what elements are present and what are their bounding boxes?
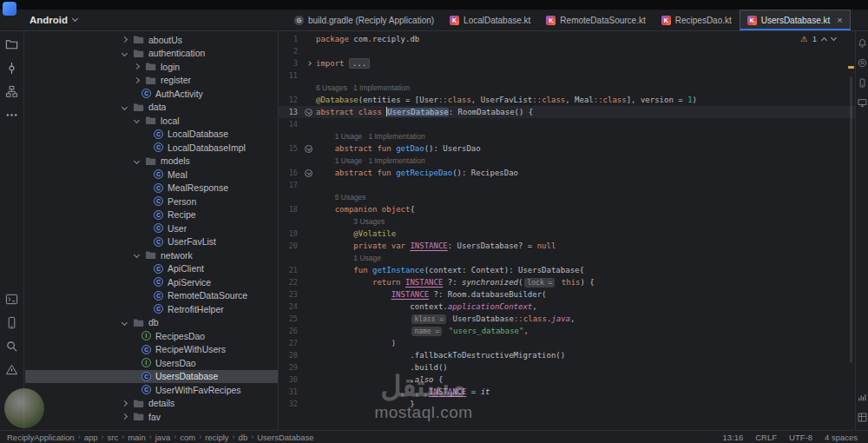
tree-item-localdatabase[interactable]: CLocalDatabase — [25, 128, 278, 142]
tree-item-login[interactable]: login — [25, 60, 278, 74]
editor-scrollbar[interactable] — [846, 31, 855, 430]
tree-item-userfavlist[interactable]: CUserFavList — [25, 235, 278, 249]
editor[interactable]: 1package com.reciply.db23import ...116 U… — [278, 31, 855, 430]
tree-item-meal[interactable]: CMeal — [25, 168, 278, 182]
scrollbar-thumb[interactable] — [850, 76, 852, 363]
tree-item-user[interactable]: CUser — [25, 222, 278, 235]
chevron-down-icon[interactable] — [122, 50, 128, 56]
device-manager-button[interactable] — [856, 75, 868, 91]
tree-item-label: Meal — [168, 169, 187, 180]
tree-item-network[interactable]: network — [25, 248, 278, 262]
project-button[interactable] — [2, 35, 23, 55]
editor-tab[interactable]: Gbuild.gradle (Reciply Application) — [286, 10, 442, 30]
app-icon[interactable] — [3, 2, 16, 16]
tree-item-recipewithusers[interactable]: CRecipeWithUsers — [25, 343, 278, 357]
running-devices-button[interactable] — [856, 95, 868, 111]
breadcrumb-item[interactable]: UsersDatabase — [257, 433, 313, 442]
terminal-button[interactable] — [2, 289, 23, 309]
breadcrumb-item[interactable]: app — [84, 433, 98, 442]
implementation-marker-icon[interactable] — [305, 169, 312, 177]
chevron-down-icon[interactable] — [134, 117, 140, 123]
chevron-right-icon[interactable] — [134, 63, 140, 69]
tree-item-models[interactable]: models — [25, 155, 278, 169]
code-text: } — [316, 398, 855, 410]
editor-tab[interactable]: KRecipesDao.kt — [654, 10, 740, 30]
breadcrumb-separator-icon: › — [199, 433, 201, 441]
search-button[interactable] — [2, 336, 23, 356]
line-number: 23 — [279, 290, 301, 299]
tree-item-label: RetrofitHelper — [168, 304, 224, 314]
tree-item-recipe[interactable]: CRecipe — [25, 208, 278, 222]
tree-item-authentication[interactable]: authentication — [25, 47, 278, 61]
status-encoding[interactable]: UTF-8 — [789, 433, 812, 442]
breadcrumb-item[interactable]: java — [155, 433, 170, 442]
tree-item-apiservice[interactable]: CApiService — [25, 275, 278, 289]
gradle-button[interactable]: G — [856, 55, 868, 71]
tree-item-db[interactable]: db — [25, 316, 278, 330]
devices-icon — [5, 316, 18, 329]
fold-chevron-icon[interactable] — [306, 61, 312, 66]
code-area[interactable]: 1package com.reciply.db23import ...116 U… — [279, 33, 855, 410]
status-caret-position[interactable]: 13:16 — [722, 433, 743, 442]
tree-item-label: db — [148, 317, 159, 327]
breadcrumb-item[interactable]: db — [239, 433, 248, 442]
tree-item-localdatabaseimpl[interactable]: CLocalDatabaseImpl — [25, 141, 278, 155]
implementation-marker-icon[interactable] — [305, 145, 312, 153]
chevron-right-icon[interactable] — [122, 400, 128, 407]
tree-item-userwithfavrecipes[interactable]: CUserWithFavRecipes — [25, 383, 278, 397]
chevron-right-icon[interactable] — [134, 77, 140, 83]
editor-tab[interactable]: KUsersDatabase.kt× — [740, 10, 851, 30]
tree-item-local[interactable]: local — [25, 114, 278, 128]
tree-item-person[interactable]: CPerson — [25, 195, 278, 208]
tree-item-aboutus[interactable]: aboutUs — [25, 33, 278, 47]
tree-item-mealresponse[interactable]: CMealResponse — [25, 182, 278, 195]
tree-item-apiclient[interactable]: CApiClient — [25, 262, 278, 276]
status-line-ending[interactable]: CRLF — [755, 433, 777, 442]
editor-tab[interactable]: KRemoteDataSource.kt — [538, 10, 653, 30]
folder-icon — [133, 318, 144, 327]
breadcrumb-item[interactable]: com — [180, 433, 195, 442]
breadcrumb-item[interactable]: src — [107, 433, 118, 442]
status-indent[interactable]: 4 spaces — [825, 433, 858, 442]
structure-button[interactable] — [2, 82, 23, 102]
inspections-widget[interactable]: ⚠ 1 — [797, 34, 839, 44]
profiler-button[interactable] — [856, 389, 868, 406]
commit-button[interactable] — [2, 58, 23, 78]
chevron-right-icon[interactable] — [122, 36, 128, 43]
tree-item-recipesdao[interactable]: IRecipesDao — [25, 329, 278, 343]
project-selector[interactable]: Android — [30, 10, 77, 30]
tree-item-remotedatasource[interactable]: CRemoteDataSource — [25, 289, 278, 303]
close-icon[interactable]: × — [837, 16, 842, 24]
more-button[interactable] — [2, 105, 23, 125]
search-icon — [5, 340, 18, 353]
editor-tab[interactable]: KLocalDatabase.kt — [442, 10, 538, 30]
chevron-down-icon[interactable] — [134, 158, 140, 164]
layout-inspector-button[interactable] — [856, 409, 868, 426]
implementation-marker-icon[interactable] — [305, 109, 312, 116]
tree-item-authactivity[interactable]: CAuthActivity — [25, 87, 278, 101]
next-problem-icon[interactable] — [831, 35, 837, 41]
chevron-down-icon[interactable] — [122, 320, 128, 326]
notifications-icon — [858, 38, 867, 48]
tree-item-register[interactable]: register — [25, 74, 278, 88]
notifications-button[interactable] — [856, 35, 868, 51]
tree-item-data[interactable]: data — [25, 101, 278, 115]
warning-stripe-mark[interactable] — [848, 66, 854, 69]
tree-item-fav[interactable]: fav — [25, 410, 278, 424]
chevron-right-icon[interactable] — [122, 413, 128, 420]
chevron-down-icon[interactable] — [134, 252, 140, 258]
breadcrumb-item[interactable]: main — [128, 433, 146, 442]
tree-item-retrofithelper[interactable]: CRetrofitHelper — [25, 302, 278, 316]
tree-item-usersdao[interactable]: IUsersDao — [25, 356, 278, 370]
chevron-down-icon[interactable] — [122, 104, 128, 110]
breadcrumb-item[interactable]: reciply — [205, 433, 228, 442]
prev-problem-icon[interactable] — [821, 37, 827, 43]
tree-item-usersdatabase[interactable]: CUsersDatabase — [25, 370, 278, 384]
breadcrumb-item[interactable]: ReciplyApplication — [7, 433, 75, 442]
problems-button[interactable] — [2, 360, 23, 380]
tree-item-details[interactable]: details — [25, 397, 278, 411]
code-line: 13abstract class UsersDatabase: RoomData… — [279, 106, 855, 118]
line-number: 20 — [279, 241, 301, 250]
devices-button[interactable] — [2, 313, 23, 333]
tree-item-label: details — [148, 398, 174, 408]
